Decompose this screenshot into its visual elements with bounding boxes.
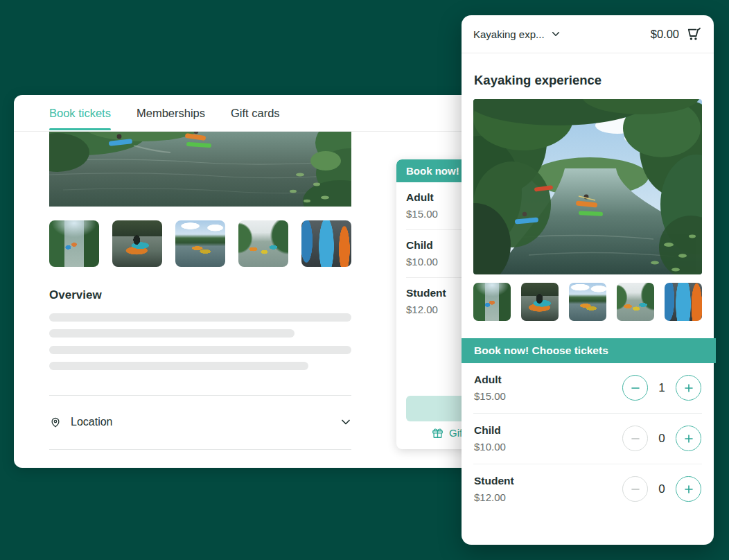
quantity-value: 1 bbox=[654, 381, 669, 395]
gift-link[interactable]: Gift bbox=[431, 426, 465, 439]
thumbnail-river[interactable] bbox=[49, 220, 99, 267]
location-label: Location bbox=[71, 416, 113, 428]
thumbnail-lake[interactable] bbox=[569, 283, 606, 321]
increase-button[interactable] bbox=[676, 476, 701, 502]
ticket-price: $12.00 bbox=[474, 491, 514, 503]
divider bbox=[49, 395, 351, 396]
tab-bar: Book tickets Memberships Gift cards bbox=[14, 95, 499, 132]
chevron-down-icon bbox=[340, 417, 351, 428]
decrease-button[interactable] bbox=[622, 426, 648, 451]
minus-icon bbox=[630, 383, 641, 394]
minus-icon bbox=[630, 484, 641, 495]
ticket-name: Adult bbox=[474, 374, 506, 386]
plus-icon bbox=[683, 383, 694, 394]
experience-selector-label: Kayaking exp... bbox=[473, 28, 545, 40]
text-skeleton-bar bbox=[49, 362, 308, 370]
experience-selector[interactable]: Kayaking exp... bbox=[473, 28, 561, 40]
quantity-stepper: 1 bbox=[622, 375, 701, 401]
thumbnail-kayaker[interactable] bbox=[521, 283, 559, 321]
ticket-price: $15.00 bbox=[474, 390, 506, 402]
minus-icon bbox=[630, 433, 641, 444]
thumbnail-strip bbox=[49, 220, 351, 267]
main-photo bbox=[473, 99, 702, 274]
map-pin-icon bbox=[49, 416, 62, 428]
cart-total: $0.00 bbox=[651, 28, 679, 41]
thumbnail-group[interactable] bbox=[238, 220, 288, 267]
ticket-row-child: Child $10.00 0 bbox=[473, 413, 702, 464]
gift-icon bbox=[431, 426, 444, 439]
ticketing-widget: Kayaking exp... $0.00 Kayaking experienc… bbox=[462, 15, 714, 545]
cart-button[interactable]: $0.00 bbox=[651, 26, 702, 42]
decrease-button[interactable] bbox=[622, 375, 648, 401]
thumbnail-group[interactable] bbox=[617, 283, 654, 321]
plus-icon bbox=[683, 433, 694, 444]
thumbnail-kayaks[interactable] bbox=[665, 283, 702, 321]
plus-icon bbox=[683, 484, 694, 495]
chevron-down-icon bbox=[551, 29, 561, 39]
thumbnail-river[interactable] bbox=[473, 283, 511, 321]
thumbnail-kayaker[interactable] bbox=[112, 220, 162, 267]
location-accordion[interactable]: Location bbox=[49, 406, 351, 438]
ticket-name: Child bbox=[474, 424, 506, 437]
ticket-rows: Adult $15.00 1 Child $10.00 bbox=[462, 363, 714, 514]
quantity-value: 0 bbox=[654, 432, 669, 446]
main-photo bbox=[49, 132, 351, 207]
quantity-stepper: 0 bbox=[622, 476, 701, 502]
tab-memberships[interactable]: Memberships bbox=[137, 95, 205, 131]
experience-title: Kayaking experience bbox=[474, 73, 701, 88]
choose-tickets-banner: Book now! Choose tickets bbox=[462, 338, 716, 363]
tab-gift-cards[interactable]: Gift cards bbox=[231, 95, 280, 131]
ticket-row-adult: Adult $15.00 1 bbox=[473, 363, 702, 413]
ticket-row-student: Student $12.00 0 bbox=[473, 464, 702, 514]
text-skeleton-bar bbox=[49, 346, 351, 354]
divider bbox=[49, 449, 351, 450]
ticket-name: Student bbox=[474, 475, 514, 487]
text-skeleton-bar bbox=[49, 329, 295, 338]
quantity-value: 0 bbox=[654, 482, 669, 496]
widget-header: Kayaking exp... $0.00 bbox=[462, 15, 714, 53]
overview-heading: Overview bbox=[49, 288, 102, 302]
text-skeleton-bar bbox=[49, 313, 351, 322]
thumbnail-kayaks[interactable] bbox=[301, 220, 351, 267]
decrease-button[interactable] bbox=[622, 476, 648, 502]
tab-book-tickets[interactable]: Book tickets bbox=[49, 95, 111, 131]
thumbnail-strip bbox=[473, 283, 702, 321]
increase-button[interactable] bbox=[676, 375, 701, 401]
ticket-price: $10.00 bbox=[474, 441, 506, 453]
thumbnail-lake[interactable] bbox=[175, 220, 225, 267]
quantity-stepper: 0 bbox=[622, 426, 701, 451]
cart-icon bbox=[685, 26, 702, 42]
increase-button[interactable] bbox=[676, 426, 701, 451]
